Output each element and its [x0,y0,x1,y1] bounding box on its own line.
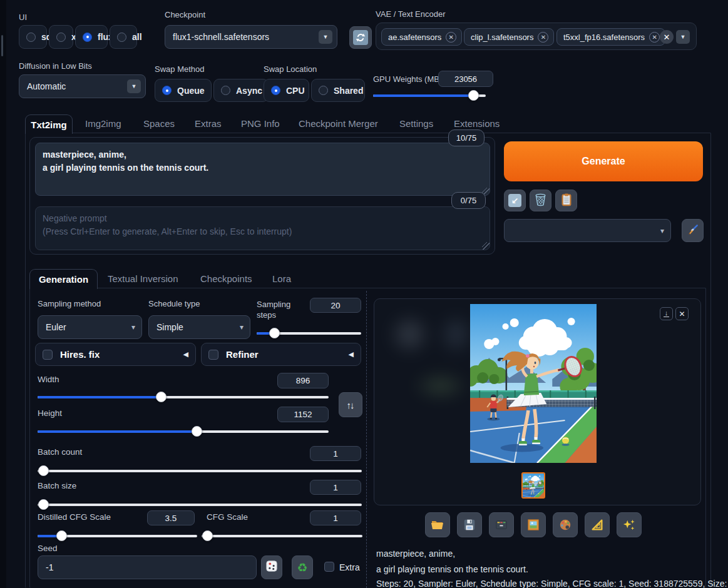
ui-mode-sd[interactable]: sd [19,25,47,49]
remove-chip-icon[interactable]: ✕ [446,32,456,43]
sampling-steps-input[interactable] [310,298,361,313]
tab-checkpoint-merger[interactable]: Checkpoint Merger [299,118,378,129]
chevron-down-icon[interactable]: ▾ [131,323,135,332]
distilled-cfg-slider-handle[interactable] [56,530,67,541]
send-to-extras-button[interactable] [585,512,610,537]
prompt-textarea[interactable]: masterpiece, anime, a girl playing tenni… [35,143,490,196]
tab-txt2img[interactable]: Txt2img [25,114,73,134]
chevron-down-icon[interactable]: ▼ [319,30,332,44]
swap-method-async[interactable]: Async [213,79,269,102]
batch-count-slider[interactable] [38,470,362,472]
remove-chip-icon[interactable]: ✕ [538,32,548,43]
radio-icon[interactable] [221,86,230,95]
width-slider-handle[interactable] [156,392,167,402]
distilled-cfg-input[interactable] [147,510,195,525]
refiner-checkbox[interactable] [208,350,218,360]
remove-chip-icon[interactable]: ✕ [649,32,660,43]
swap-location-shared-label: Shared [334,86,363,96]
height-slider-handle[interactable] [192,426,202,437]
tab-png-info[interactable]: PNG Info [241,118,280,129]
tab-extras[interactable]: Extras [195,118,222,129]
checkpoint-select[interactable]: flux1-schnell.safetensors ▼ [165,25,337,49]
left-scrollbar[interactable] [1,35,3,56]
batch-size-slider[interactable] [38,504,362,506]
radio-icon[interactable] [319,86,328,95]
subtab-lora[interactable]: Lora [272,273,291,284]
subtab-generation[interactable]: Generation [29,269,98,289]
low-bits-select[interactable]: Automatic ▼ [19,74,146,98]
width-input[interactable] [277,373,329,388]
radio-checked-icon[interactable] [271,86,280,95]
send-to-img2img-button[interactable] [521,512,546,537]
hires-fix-checkbox[interactable] [43,350,53,360]
cfg-scale-slider[interactable] [202,535,362,537]
swap-location-cpu[interactable]: CPU [264,79,309,102]
seed-input[interactable] [38,555,257,579]
schedule-type-select[interactable]: Simple ▾ [148,315,250,339]
batch-size-input[interactable] [310,480,361,495]
generate-button[interactable]: Generate [504,141,703,181]
radio-checked-icon[interactable] [83,33,92,42]
collapse-left-icon[interactable]: ◀ [183,350,188,358]
close-image-button[interactable]: ✕ [675,307,689,320]
chevron-down-icon[interactable]: ▾ [240,323,244,332]
save-image-button[interactable] [457,512,482,537]
ui-mode-flux[interactable]: flux [75,25,108,49]
resize-handle[interactable] [482,242,490,250]
radio-icon[interactable] [117,33,126,42]
reuse-seed-button[interactable]: ♻ [292,555,313,579]
save-zip-button[interactable] [489,512,514,537]
column-divider [366,291,367,588]
edit-styles-button[interactable] [682,219,704,242]
open-folder-button[interactable] [425,512,450,537]
swap-dimensions-button[interactable]: ↑↓ [339,392,362,417]
radio-icon[interactable] [26,33,36,42]
hires-fix-accordion[interactable]: Hires. fix ◀ [35,343,196,366]
batch-count-input[interactable] [310,446,361,461]
gpu-weights-slider-handle[interactable] [468,90,479,101]
clear-all-icon[interactable]: ✕ [660,30,674,44]
batch-size-slider-handle[interactable] [38,499,49,510]
send-to-inpaint-button[interactable] [553,512,578,537]
swap-location-shared[interactable]: Shared [311,79,365,102]
collapse-left-icon[interactable]: ◀ [349,350,354,358]
ui-mode-xl[interactable]: xl [49,25,73,49]
tab-extensions[interactable]: Extensions [454,118,500,129]
apply-styles-button[interactable] [555,190,577,211]
styles-select[interactable]: ▾ [504,219,671,242]
chevron-down-icon[interactable]: ▾ [660,226,664,235]
tab-settings[interactable]: Settings [399,118,433,129]
clipboard-icon [560,193,573,209]
chevron-down-icon[interactable]: ▼ [127,79,141,93]
batch-count-slider-handle[interactable] [38,465,49,476]
upscale-button[interactable] [617,512,642,537]
download-image-button[interactable]: ↓ [660,307,673,320]
extra-seed-label: Extra [339,562,360,572]
subtab-textual-inversion[interactable]: Textual Inversion [108,273,178,284]
palette-icon [558,518,572,532]
negative-prompt-textarea[interactable] [35,206,490,250]
vae-multiselect[interactable]: ae.safetensors ✕ clip_l.safetensors ✕ t5… [376,23,697,50]
sampling-method-select[interactable]: Euler ▾ [38,315,142,339]
paste-generation-params-button[interactable]: ↙ [504,190,526,211]
tab-spaces[interactable]: Spaces [143,118,175,129]
refiner-accordion[interactable]: Refiner ◀ [201,343,361,366]
clear-prompt-button[interactable] [530,190,551,211]
cfg-scale-slider-handle[interactable] [202,530,213,541]
swap-method-queue[interactable]: Queue [155,79,212,102]
chevron-down-icon[interactable]: ▼ [676,30,690,44]
generated-image[interactable] [470,304,597,463]
checkpoint-refresh-button[interactable] [349,26,372,49]
ui-mode-all[interactable]: all [110,25,137,49]
cfg-scale-input[interactable] [310,510,361,525]
gallery-thumbnail[interactable] [521,472,545,499]
subtab-checkpoints[interactable]: Checkpoints [200,273,252,284]
radio-checked-icon[interactable] [162,86,172,95]
radio-icon[interactable] [56,33,66,42]
random-seed-button[interactable] [261,555,282,579]
tab-img2img[interactable]: Img2img [85,118,121,129]
height-input[interactable] [277,407,329,422]
sampling-steps-slider-handle[interactable] [269,328,280,338]
extra-seed-checkbox[interactable] [324,562,334,572]
gpu-weights-input[interactable] [438,71,493,87]
